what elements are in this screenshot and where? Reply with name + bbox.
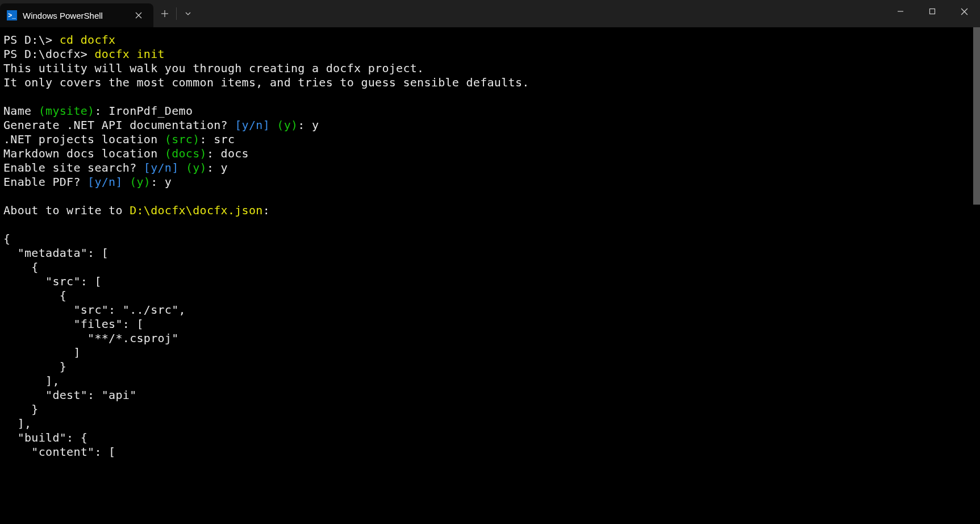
prompt-text: PS D:\docfx> (3, 47, 94, 61)
user-input: : y (207, 161, 228, 174)
output-text: Generate .NET API documentation? (3, 118, 235, 132)
json-output: "src": [ (3, 275, 102, 288)
maximize-button[interactable] (916, 0, 948, 23)
user-input: : y (151, 175, 172, 189)
json-output: "**/*.csproj" (3, 331, 179, 345)
user-input: : docs (207, 147, 249, 160)
window-controls (885, 0, 980, 23)
output-text: .NET projects location (3, 132, 165, 146)
hint-text: [y/n] (87, 175, 123, 189)
json-output: { (3, 232, 10, 246)
output-text: Enable PDF? (3, 175, 87, 189)
scrollbar-thumb[interactable] (973, 27, 980, 205)
json-output: { (3, 289, 66, 302)
terminal-output[interactable]: PS D:\> cd docfx PS D:\docfx> docfx init… (0, 27, 980, 524)
powershell-icon: >_ (7, 10, 17, 20)
hint-text: (docs) (165, 147, 207, 160)
tab-title: Windows PowerShell (23, 11, 126, 20)
output-text: This utility will walk you through creat… (3, 61, 424, 75)
close-window-button[interactable] (948, 0, 980, 23)
json-output: ] (3, 346, 81, 359)
command-text: docfx init (94, 47, 164, 61)
hint-text: (y) (270, 118, 298, 132)
json-output: "metadata": [ (3, 246, 109, 260)
json-output: "content": [ (3, 445, 115, 459)
json-output: ], (3, 417, 31, 430)
user-input: : src (200, 132, 235, 146)
tab-close-button[interactable] (132, 9, 145, 22)
hint-text: [y/n] (235, 118, 270, 132)
hint-text: (mysite) (39, 104, 95, 118)
json-output: ], (3, 374, 60, 388)
new-tab-button[interactable] (153, 2, 176, 25)
json-output: "src": "../src", (3, 303, 186, 317)
json-output: "files": [ (3, 317, 144, 331)
output-text: Enable site search? (3, 161, 144, 174)
user-input: : IronPdf_Demo (94, 104, 193, 118)
prompt-text: PS D:\> (3, 33, 60, 47)
svg-rect-5 (930, 9, 935, 14)
output-text: Name (3, 104, 39, 118)
output-text: : (263, 203, 270, 217)
tab-dropdown-button[interactable] (177, 2, 199, 25)
titlebar: >_ Windows PowerShell (0, 0, 980, 27)
json-output: "build": { (3, 431, 87, 444)
hint-text: (y) (179, 161, 207, 174)
path-text: D:\docfx\docfx.json (130, 203, 262, 217)
hint-text: (y) (123, 175, 151, 189)
output-text: About to write to (3, 203, 130, 217)
json-output: "dest": "api" (3, 388, 136, 402)
output-text: Markdown docs location (3, 147, 165, 160)
tab-windows-powershell[interactable]: >_ Windows PowerShell (0, 3, 153, 27)
json-output: { (3, 260, 39, 274)
hint-text: [y/n] (144, 161, 179, 174)
json-output: } (3, 402, 39, 416)
output-text: It only covers the most common items, an… (3, 76, 529, 89)
command-text: cd docfx (60, 33, 116, 47)
minimize-button[interactable] (885, 0, 916, 23)
hint-text: (src) (165, 132, 200, 146)
user-input: : y (298, 118, 319, 132)
json-output: } (3, 360, 66, 373)
